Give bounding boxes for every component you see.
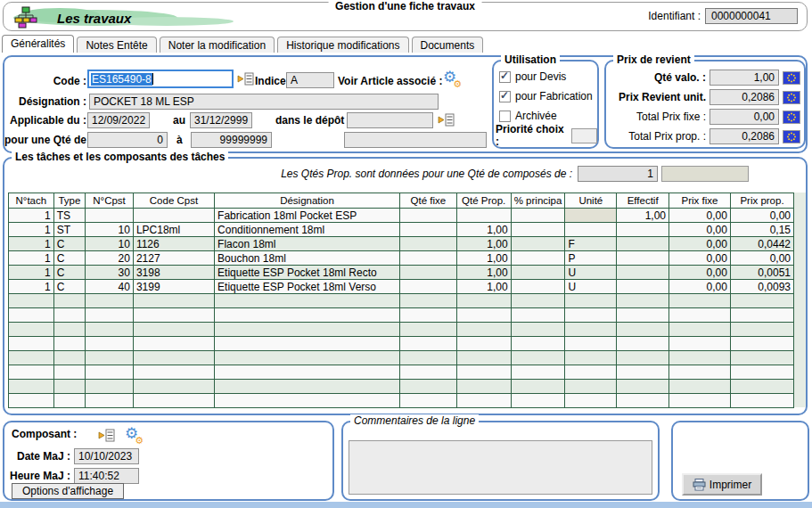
- table-cell[interactable]: Etiquette ESP Pocket 18ml Verso: [215, 280, 400, 294]
- tab-historique-modifications[interactable]: Historique modifications: [277, 37, 408, 53]
- table-cell[interactable]: [669, 351, 731, 365]
- lookup-icon[interactable]: [98, 429, 116, 442]
- table-cell[interactable]: 20: [86, 251, 134, 266]
- table-cell[interactable]: 3199: [133, 280, 214, 294]
- table-row[interactable]: 1C101126Flacon 18ml1,00F0,000,0442: [9, 237, 794, 251]
- lookup-icon[interactable]: [237, 72, 255, 86]
- table-cell[interactable]: [456, 308, 511, 323]
- table-cell[interactable]: [456, 394, 511, 408]
- table-cell[interactable]: 0,0093: [730, 280, 793, 294]
- table-cell[interactable]: 2127: [133, 251, 214, 266]
- table-cell[interactable]: [617, 237, 669, 251]
- table-cell[interactable]: [133, 380, 214, 394]
- table-cell[interactable]: [399, 394, 456, 408]
- table-cell[interactable]: [511, 237, 565, 251]
- table-row[interactable]: 1ST10LPC18mlConditionnement 18ml1,000,00…: [9, 223, 794, 237]
- table-cell[interactable]: [730, 394, 793, 408]
- table-cell[interactable]: [565, 323, 617, 337]
- table-cell[interactable]: [617, 223, 669, 237]
- table-cell[interactable]: 0,00: [669, 251, 731, 266]
- table-cell[interactable]: 1: [9, 251, 54, 266]
- table-row[interactable]: [9, 365, 794, 380]
- table-cell[interactable]: [617, 251, 669, 266]
- options-affichage-button[interactable]: Options d'affichage: [12, 483, 124, 499]
- table-cell[interactable]: [511, 280, 565, 294]
- table-cell[interactable]: [399, 237, 456, 251]
- table-cell[interactable]: [730, 308, 793, 323]
- tab-notes-entete[interactable]: Notes Entête: [77, 37, 156, 53]
- table-cell[interactable]: [617, 294, 669, 308]
- table-cell[interactable]: [133, 365, 214, 380]
- table-cell[interactable]: [215, 294, 400, 308]
- table-cell[interactable]: [617, 337, 669, 351]
- table-cell[interactable]: Flacon 18ml: [215, 237, 400, 251]
- table-cell[interactable]: [53, 308, 85, 323]
- table-cell[interactable]: [399, 351, 456, 365]
- table-cell[interactable]: [730, 294, 793, 308]
- table-cell[interactable]: [133, 394, 214, 408]
- table-cell[interactable]: [53, 337, 85, 351]
- table-cell[interactable]: 0,00: [730, 251, 793, 266]
- table-cell[interactable]: [565, 223, 617, 237]
- table-cell[interactable]: [669, 380, 731, 394]
- table-cell[interactable]: [565, 351, 617, 365]
- qte-a-field[interactable]: 99999999: [191, 132, 272, 148]
- table-cell[interactable]: [9, 323, 54, 337]
- table-cell[interactable]: [456, 365, 511, 380]
- table-cell[interactable]: [565, 308, 617, 323]
- checkbox-pour-fabrication[interactable]: [499, 91, 511, 102]
- commentaires-textarea[interactable]: [349, 440, 652, 495]
- column-header[interactable]: Effectif: [617, 193, 669, 209]
- table-cell[interactable]: [456, 380, 511, 394]
- euro-convert-button[interactable]: [783, 130, 800, 143]
- table-cell[interactable]: 1,00: [456, 251, 511, 266]
- column-header[interactable]: Prix fixe: [669, 193, 731, 209]
- imprimer-button[interactable]: Imprimer: [682, 473, 762, 496]
- table-row[interactable]: [9, 323, 794, 337]
- table-cell[interactable]: [53, 380, 85, 394]
- table-cell[interactable]: C: [53, 251, 85, 266]
- lookup-icon[interactable]: [438, 113, 455, 127]
- table-cell[interactable]: [730, 323, 793, 337]
- table-cell[interactable]: U: [565, 266, 617, 280]
- table-cell[interactable]: 3198: [133, 266, 214, 280]
- table-cell[interactable]: C: [53, 280, 85, 294]
- table-cell[interactable]: [511, 209, 565, 223]
- table-cell[interactable]: [9, 351, 54, 365]
- code-input[interactable]: ES165490-8: [87, 70, 234, 88]
- table-cell[interactable]: [133, 351, 214, 365]
- table-cell[interactable]: [399, 380, 456, 394]
- table-cell[interactable]: [53, 294, 85, 308]
- table-cell[interactable]: [669, 365, 731, 380]
- table-cell[interactable]: F: [565, 237, 617, 251]
- table-cell[interactable]: [86, 323, 134, 337]
- table-cell[interactable]: [399, 280, 456, 294]
- table-cell[interactable]: [133, 323, 214, 337]
- table-cell[interactable]: [399, 308, 456, 323]
- table-cell[interactable]: [9, 394, 54, 408]
- table-cell[interactable]: [9, 365, 54, 380]
- table-cell[interactable]: [730, 351, 793, 365]
- table-cell[interactable]: [617, 323, 669, 337]
- table-row[interactable]: [9, 351, 794, 365]
- depot-field[interactable]: [347, 112, 433, 128]
- table-cell[interactable]: 1,00: [617, 209, 669, 223]
- table-cell[interactable]: 0,00: [730, 209, 793, 223]
- table-cell[interactable]: Conditionnement 18ml: [215, 223, 400, 237]
- table-cell[interactable]: 1: [9, 209, 54, 223]
- table-cell[interactable]: 0,00: [669, 237, 731, 251]
- table-cell[interactable]: [133, 294, 214, 308]
- table-cell[interactable]: 10: [86, 237, 134, 251]
- column-header[interactable]: Qté fixe: [399, 193, 456, 209]
- table-cell[interactable]: [53, 323, 85, 337]
- table-cell[interactable]: 0,15: [730, 223, 793, 237]
- table-cell[interactable]: [86, 351, 134, 365]
- table-cell[interactable]: [730, 337, 793, 351]
- table-cell[interactable]: [456, 323, 511, 337]
- column-header[interactable]: Qté Prop.: [456, 193, 511, 209]
- table-cell[interactable]: [399, 251, 456, 266]
- table-row[interactable]: 1TSFabrication 18ml Pocket ESP1,000,000,…: [9, 209, 794, 223]
- table-row[interactable]: [9, 308, 794, 323]
- table-cell[interactable]: [511, 337, 565, 351]
- qte-composes-field[interactable]: 1: [578, 166, 658, 182]
